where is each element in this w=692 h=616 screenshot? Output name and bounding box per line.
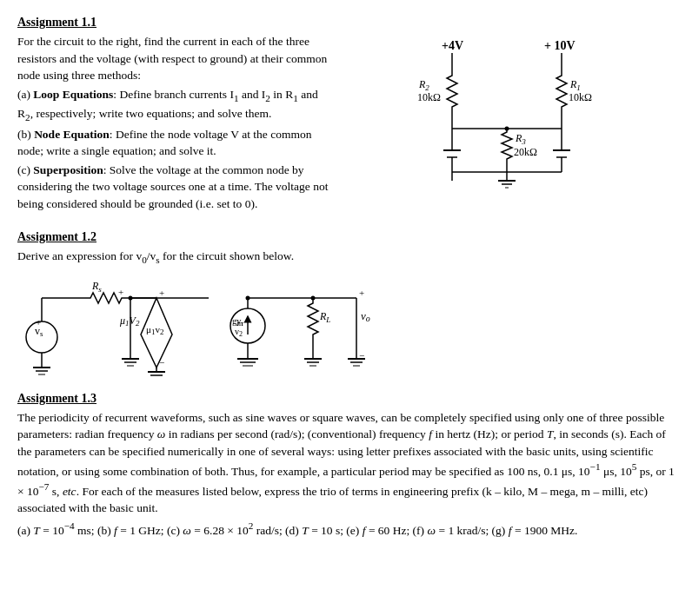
assignment-1-1-circuit: +4V R2 10kΩ (339, 33, 675, 215)
dep-src-plus: + (159, 288, 164, 298)
r3-value: 20kΩ (514, 146, 537, 158)
rs-label: Rs (91, 280, 102, 294)
a12-para: Derive an expression for v0/vs for the c… (17, 248, 675, 267)
assignment-1-2-title: Assignment 1.2 (17, 230, 675, 244)
assignment-1-2-body: Derive an expression for v0/vs for the c… (17, 248, 675, 376)
assignment-1-1-body: For the circuit to the right, find the c… (17, 33, 330, 215)
v2-label: + 10V (544, 39, 576, 52)
gm-v2-label: v2 (235, 327, 243, 338)
r2-value: 10kΩ (417, 91, 441, 103)
circuit-1-2-svg: vs + Rs (17, 272, 469, 376)
v0-plus: + (359, 288, 364, 298)
assignment-1-3: Assignment 1.3 The periodicity of recurr… (17, 392, 675, 539)
v2-plus-sign: + (118, 287, 123, 297)
a11-para2: (a) Loop Equations: Define branch curren… (17, 86, 330, 124)
dep-src-label: μ1v2 (146, 324, 163, 336)
vs-plus: + (36, 317, 41, 328)
v1-label: +4V (442, 39, 463, 52)
a13-para1: The periodicity of recurrent waveforms, … (17, 409, 675, 517)
assignment-1-2: Assignment 1.2 Derive an expression for … (17, 230, 675, 376)
r2-label: R2 (418, 78, 429, 92)
r1-label: R1 (569, 78, 581, 92)
assignment-1-1-title: Assignment 1.1 (17, 16, 675, 30)
assignment-1-3-body: The periodicity of recurrent waveforms, … (17, 409, 675, 539)
r3-label: R3 (515, 132, 526, 146)
dep-src-minus: − (159, 357, 164, 368)
a11-para1: For the circuit to the right, find the c… (17, 33, 330, 84)
rl-label: RL (319, 310, 330, 324)
v2-label: μ1V2 (119, 315, 140, 328)
assignment-1-1: Assignment 1.1 For the circuit to the ri… (17, 16, 675, 215)
assignment-1-2-circuit: vs + Rs (17, 272, 675, 376)
a13-para2: (a) T = 10−4 ms; (b) f = 1 GHz; (c) ω = … (17, 519, 675, 539)
r1-value: 10kΩ (569, 91, 592, 103)
assignment-1-3-title: Assignment 1.3 (17, 392, 675, 406)
v0-label: vo (361, 309, 370, 323)
a11-para4: (c) Superposition: Solve the voltage at … (17, 162, 330, 213)
a11-para3: (b) Node Equation: Define the node volta… (17, 126, 330, 160)
circuit-1-1-svg: +4V R2 10kΩ (416, 37, 598, 189)
